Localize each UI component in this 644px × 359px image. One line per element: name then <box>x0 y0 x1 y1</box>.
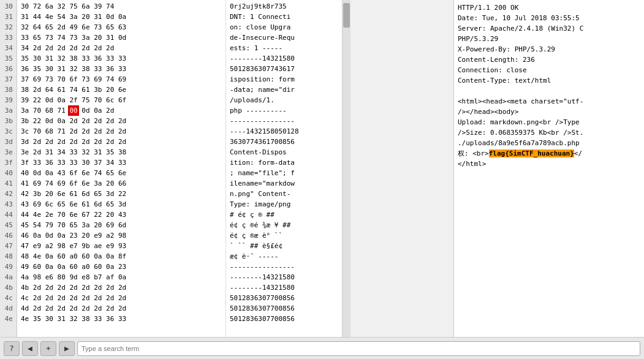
line-num-4c: 4c <box>4 293 13 303</box>
text-panel: HTTP/1.1 200 OK Date: Tue, 10 Jul 2018 0… <box>454 0 644 337</box>
ascii-row-e: Content-Dispos <box>230 147 338 157</box>
scrollbar-thumb[interactable] <box>343 3 350 28</box>
line-num-3: 33 <box>4 32 13 43</box>
add-button[interactable]: + <box>40 341 56 356</box>
hex-row-0: 30 72 6a 32 75 6a 39 74 <box>21 1 222 12</box>
hex-row-1: 31 44 4e 54 3a 20 31 0d 0a <box>21 12 222 22</box>
hex-row-c: 3c 70 68 71 2d 2d 2d 2d 2d <box>21 126 222 137</box>
text-row-1: Date: Tue, 10 Jul 2018 03:55:5 <box>458 13 640 23</box>
text-row-11: Upload: markdown.png<br />Type <box>458 117 640 127</box>
line-num-4: 34 <box>4 43 13 53</box>
hex-row-1d: 4d 2d 2d 2d 2d 2d 2d 2d 2d <box>21 303 222 314</box>
hex-row-7: 37 69 73 70 6f 73 69 74 69 <box>21 74 222 85</box>
ascii-row-11: ilename="markdow <box>230 178 338 189</box>
ascii-row-15: é¢ ç ®é ¾æ ¥ ## <box>230 220 338 230</box>
ascii-row-14: # é¢ ç ® ## <box>230 210 338 220</box>
text-row-3: PHP/5.3.29 <box>458 34 640 44</box>
hex-bytes[interactable]: 30 72 6a 32 75 6a 39 74 31 44 4e 54 3a 2… <box>17 0 225 337</box>
line-num-4d: 4d <box>4 303 13 314</box>
ascii-row-5: --------14321580 <box>230 53 338 64</box>
text-row-2: Server: Apache/2.4.18 (Win32) C <box>458 23 640 34</box>
ascii-row-2: on: close Upgra <box>230 22 338 32</box>
hex-row-1a: 4a 98 e6 80 9d e8 b7 af 0a <box>21 272 222 282</box>
ascii-row-16: é¢ ç ®æ è° `` <box>230 230 338 241</box>
line-num-1: 31 <box>4 12 13 22</box>
line-num-43: 43 <box>4 199 13 210</box>
ascii-panel: 0rj2uj9tk8r735 DNT: 1 Connecti on: close… <box>225 0 342 337</box>
line-num-4b: 4b <box>4 282 13 293</box>
ascii-row-17: ` `` ## è§£é¢ <box>230 241 338 251</box>
hex-row-e: 3e 2d 31 34 33 32 31 35 38 <box>21 147 222 157</box>
hex-row-18: 48 4e 0a 60 a0 60 0a 0a 8f <box>21 251 222 262</box>
prev-button[interactable]: ◀ <box>22 341 38 356</box>
hex-panel: 30 31 32 33 34 35 36 37 38 39 3a 3b 3c 3… <box>0 0 454 337</box>
hex-row-19: 49 60 0a 0a 60 a0 60 0a 23 <box>21 262 222 272</box>
line-num-7: 37 <box>4 74 13 85</box>
hex-row-6: 36 35 30 31 32 38 33 36 33 <box>21 64 222 74</box>
hex-row-d: 3d 2d 2d 2d 2d 2d 2d 2d 2d <box>21 137 222 147</box>
selected-byte[interactable]: 00 <box>69 107 77 115</box>
line-num-f: 3f <box>4 157 13 168</box>
ascii-row-1d: 5012836307700856 <box>230 303 338 314</box>
hex-row-8: 38 2d 64 61 74 61 3b 20 6e <box>21 85 222 95</box>
next-button[interactable]: ▶ <box>59 341 75 356</box>
ascii-row-7: isposition: form <box>230 74 338 85</box>
line-num-e: 3e <box>4 147 13 157</box>
line-num-4e: 4e <box>4 314 13 324</box>
ascii-row-12: n.png" Content- <box>230 189 338 199</box>
line-num-41: 41 <box>4 178 13 189</box>
ascii-row-1b: --------14321580 <box>230 282 338 293</box>
hex-row-10: 40 0d 0a 43 6f 6e 74 65 6e <box>21 168 222 178</box>
line-numbers: 30 31 32 33 34 35 36 37 38 39 3a 3b 3c 3… <box>0 0 17 337</box>
line-num-8: 38 <box>4 85 13 95</box>
text-row-4: X-Powered-By: PHP/5.3.29 <box>458 44 640 55</box>
line-num-2: 32 <box>4 22 13 32</box>
line-num-42: 42 <box>4 189 13 199</box>
line-num-d: 3d <box>4 137 13 147</box>
hex-row-3: 33 65 73 74 73 3a 20 31 0d <box>21 32 222 43</box>
line-num-a: 3a <box>4 105 13 116</box>
line-num-0: 30 <box>4 1 13 12</box>
ascii-row-18: æ¢ è·¯ ----- <box>230 251 338 262</box>
ascii-row-9: /uploads/1. <box>230 95 338 105</box>
text-row-7: Content-Type: text/html <box>458 75 640 86</box>
hex-row-15: 45 54 79 70 65 3a 20 69 6d <box>21 220 222 230</box>
line-num-46: 46 <box>4 230 13 241</box>
ascii-row-c: ----1432158050128 <box>230 126 338 137</box>
line-num-c: 3c <box>4 126 13 137</box>
ascii-row-4: ests: 1 ----- <box>230 43 338 53</box>
hex-row-12: 42 3b 20 6e 61 6d 65 3d 22 <box>21 189 222 199</box>
main-content: 30 31 32 33 34 35 36 37 38 39 3a 3b 3c 3… <box>0 0 644 337</box>
text-row-8 <box>458 86 640 96</box>
line-num-4a: 4a <box>4 272 13 282</box>
text-row-6: Connection: close <box>458 65 640 75</box>
hex-row-11: 41 69 74 69 6f 6e 3a 20 66 <box>21 178 222 189</box>
ascii-row-a: php ---------- <box>230 105 338 116</box>
hex-row-b: 3b 22 0d 0a 2d 2d 2d 2d 2d <box>21 116 222 126</box>
hex-row-16: 46 0a 0d 0a 23 20 e9 a2 98 <box>21 230 222 241</box>
help-button[interactable]: ? <box>4 341 20 356</box>
line-num-44: 44 <box>4 210 13 220</box>
hex-row-9: 39 22 0d 0a 2f 75 70 6c 6f <box>21 95 222 105</box>
text-row-10: /></head><body> <box>458 107 640 117</box>
line-num-5: 35 <box>4 53 13 64</box>
text-row-0: HTTP/1.1 200 OK <box>458 2 640 13</box>
ascii-row-d: 3630774361700856 <box>230 137 338 147</box>
text-row-13: ./uploads/8a9e5f6a7a789acb.php <box>458 138 640 148</box>
search-input[interactable] <box>77 341 640 356</box>
ascii-row-3: de-Insecure-Requ <box>230 32 338 43</box>
hex-row-1e: 4e 35 30 31 32 38 33 36 33 <box>21 314 222 324</box>
line-num-45: 45 <box>4 220 13 230</box>
line-num-47: 47 <box>4 241 13 251</box>
ascii-row-6: 5012836307743617 <box>230 64 338 74</box>
ascii-row-8: -data; name="dir <box>230 85 338 95</box>
line-num-40: 40 <box>4 168 13 178</box>
text-row-5: Content-Length: 236 <box>458 55 640 65</box>
line-num-b: 3b <box>4 116 13 126</box>
flag-text: flag{SimCTF_huachuan} <box>489 149 574 157</box>
vertical-scrollbar[interactable] <box>342 0 350 337</box>
text-row-15: </html> <box>458 159 640 169</box>
ascii-row-1c: 5012836307700856 <box>230 293 338 303</box>
text-row-9: <html><head><meta charset="utf- <box>458 96 640 107</box>
line-num-9: 39 <box>4 95 13 105</box>
